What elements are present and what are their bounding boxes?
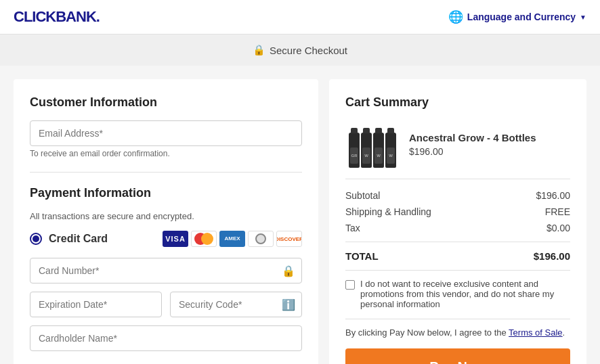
optout-checkbox[interactable] bbox=[345, 280, 355, 290]
cart-title: Cart Summary bbox=[345, 95, 570, 110]
credit-card-option[interactable]: Credit Card VISA AMEX DISCOVER bbox=[30, 231, 302, 247]
terms-prefix: By clicking Pay Now below, I agree to th… bbox=[345, 327, 509, 338]
email-form-group: To receive an email order confirmation. bbox=[30, 120, 302, 158]
total-value: $196.00 bbox=[534, 250, 570, 262]
terms-of-sale-link[interactable]: Terms of Sale bbox=[509, 327, 562, 338]
language-currency-label: Language and Currency bbox=[467, 12, 576, 22]
secure-banner: 🔒 Secure Checkout bbox=[0, 35, 600, 66]
credit-card-label: Credit Card bbox=[49, 233, 108, 245]
subtotal-row: Subtotal $196.00 bbox=[345, 190, 570, 201]
product-name: Ancestral Grow - 4 Bottles bbox=[409, 132, 570, 143]
lock-icon: 🔒 bbox=[282, 265, 295, 277]
shipping-value: FREE bbox=[545, 206, 570, 217]
total-label: TOTAL bbox=[345, 250, 379, 262]
clickbank-logo: CLICKBANK. bbox=[14, 8, 100, 26]
secure-banner-text: Secure Checkout bbox=[270, 45, 347, 56]
email-hint: To receive an email order confirmation. bbox=[30, 149, 302, 158]
email-input[interactable] bbox=[30, 120, 302, 146]
optout-text: I do not want to receive exclusive conte… bbox=[360, 279, 570, 309]
discover-icon: DISCOVER bbox=[276, 231, 302, 247]
product-image: GR W W W bbox=[345, 120, 400, 168]
main-content: Customer Information To receive an email… bbox=[0, 66, 600, 364]
bottle-2: W bbox=[361, 133, 372, 168]
tax-row: Tax $0.00 bbox=[345, 223, 570, 233]
terms-row: By clicking Pay Now below, I agree to th… bbox=[345, 327, 570, 338]
chevron-down-icon: ▼ bbox=[580, 14, 586, 21]
tax-label: Tax bbox=[345, 223, 360, 233]
globe-icon: 🌐 bbox=[448, 9, 463, 24]
section-divider-1 bbox=[30, 172, 302, 173]
customer-section-title: Customer Information bbox=[30, 95, 302, 110]
bottle-1: GR bbox=[349, 133, 360, 168]
card-number-input[interactable] bbox=[30, 258, 302, 283]
expiration-input[interactable] bbox=[30, 292, 162, 317]
shipping-row: Shipping & Handling FREE bbox=[345, 206, 570, 217]
header: CLICKBANK. 🌐 Language and Currency ▼ bbox=[0, 0, 600, 35]
language-currency-button[interactable]: 🌐 Language and Currency ▼ bbox=[448, 9, 586, 24]
left-column: Customer Information To receive an email… bbox=[14, 79, 318, 364]
amex-icon: AMEX bbox=[219, 231, 245, 247]
right-column: Cart Summary GR W W W Ancestral Grow - 4… bbox=[329, 79, 586, 364]
total-row: TOTAL $196.00 bbox=[345, 250, 570, 262]
info-icon: ℹ️ bbox=[282, 298, 295, 311]
subtotal-value: $196.00 bbox=[536, 190, 570, 201]
bottle-3: W bbox=[373, 133, 384, 168]
diners-icon bbox=[248, 231, 274, 247]
pay-now-button[interactable]: Pay Now bbox=[345, 348, 570, 364]
product-price: $196.00 bbox=[409, 146, 570, 157]
totals-divider bbox=[345, 242, 570, 242]
totals-divider-2 bbox=[345, 270, 570, 271]
expiration-group bbox=[30, 292, 162, 317]
credit-card-radio[interactable] bbox=[30, 233, 42, 245]
card-brands: VISA AMEX DISCOVER bbox=[163, 231, 302, 247]
bottle-4: W bbox=[385, 133, 396, 168]
mastercard-icon bbox=[191, 231, 217, 247]
totals-divider-3 bbox=[345, 319, 570, 319]
cardholder-name-input[interactable] bbox=[30, 325, 302, 351]
radio-inner bbox=[33, 235, 39, 242]
product-row: GR W W W Ancestral Grow - 4 Bottles $196… bbox=[345, 120, 570, 179]
card-number-group: 🔒 bbox=[30, 258, 302, 283]
shipping-label: Shipping & Handling bbox=[345, 206, 431, 217]
product-info: Ancestral Grow - 4 Bottles $196.00 bbox=[409, 132, 570, 157]
terms-suffix: . bbox=[563, 327, 565, 338]
cardholder-group bbox=[30, 325, 302, 351]
optout-row: I do not want to receive exclusive conte… bbox=[345, 279, 570, 309]
visa-icon: VISA bbox=[163, 231, 188, 247]
cart-summary-box: Cart Summary GR W W W Ancestral Grow - 4… bbox=[329, 79, 586, 364]
payment-section-title: Payment Information bbox=[30, 186, 302, 200]
lock-icon: 🔒 bbox=[253, 44, 265, 56]
payment-subtitle: All transactions are secure and encrypte… bbox=[30, 211, 302, 221]
security-group: ℹ️ bbox=[170, 292, 302, 317]
tax-value: $0.00 bbox=[547, 223, 570, 233]
subtotal-label: Subtotal bbox=[345, 190, 380, 201]
exp-security-row: ℹ️ bbox=[30, 292, 302, 325]
